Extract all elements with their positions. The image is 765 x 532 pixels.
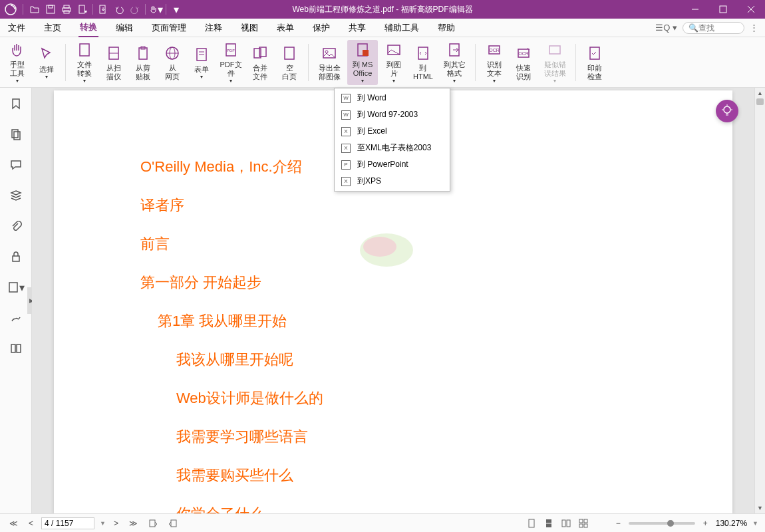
hand-tool-button[interactable]: 手型 工具▾ [4, 40, 31, 85]
layers-icon[interactable] [7, 186, 25, 205]
next-page-button[interactable]: > [111, 517, 121, 529]
ocr-text-button[interactable]: OCR识别 文本▾ [481, 40, 508, 85]
merge-icon [251, 44, 269, 63]
menu-item[interactable]: 帮助 [436, 19, 456, 37]
tips-bulb-button[interactable] [716, 100, 738, 122]
redo-icon[interactable] [128, 2, 142, 17]
menu-item[interactable]: 辅助工具 [383, 19, 420, 37]
continuous-view-icon[interactable] [543, 517, 555, 529]
dropdown-item[interactable]: X到XPS [335, 173, 450, 190]
page-number-input[interactable] [41, 517, 94, 529]
file-convert-button[interactable]: 文件 转换▾ [71, 40, 98, 85]
open-icon[interactable] [27, 2, 42, 17]
menu-item[interactable]: 编辑 [114, 19, 134, 37]
form-button[interactable]: 表单▾ [188, 40, 215, 85]
close-button[interactable] [737, 0, 765, 19]
zoom-in-button[interactable]: + [700, 517, 710, 529]
page-thumb2-icon[interactable] [166, 517, 180, 529]
dropdown-item[interactable]: W到 Word [335, 90, 450, 106]
two-page-view-icon[interactable] [560, 517, 572, 529]
scroll-down-icon[interactable]: ▼ [755, 503, 765, 513]
from-web-button[interactable]: 从 网页 [159, 40, 186, 85]
menu-item[interactable]: 视图 [239, 19, 259, 37]
attachments-icon[interactable] [7, 217, 25, 235]
dropdown-item[interactable]: W到 Word 97-2003 [335, 106, 450, 123]
hand-cursor-icon[interactable]: ▾ [148, 2, 163, 17]
toc-entry[interactable]: 我需要购买些什么 [176, 466, 646, 485]
toc-entry[interactable]: 我该从哪里开始呢 [176, 350, 646, 370]
two-continuous-view-icon[interactable] [577, 517, 589, 529]
toc-entry[interactable]: 前言 [140, 234, 646, 254]
search-input[interactable] [698, 23, 738, 33]
hand-icon [8, 41, 27, 59]
fast-ocr-button[interactable]: OCR快速 识别 [510, 40, 537, 85]
toc-entry[interactable]: 译者序 [140, 196, 646, 215]
to-other-button[interactable]: 到其它 格式▾ [439, 40, 470, 85]
new-doc-icon[interactable]: ▾ [75, 2, 90, 17]
menu-item[interactable]: 页面管理 [150, 19, 188, 37]
print-icon[interactable] [59, 2, 74, 17]
toc-entry[interactable]: 我需要学习哪些语言 [176, 427, 646, 447]
page-thumb1-icon[interactable] [146, 517, 160, 529]
toc-entry[interactable]: 第1章 我从哪里开始 [158, 311, 646, 331]
last-page-button[interactable]: ≫ [126, 517, 140, 529]
prev-page-button[interactable]: < [26, 517, 36, 529]
other-format-icon [445, 41, 464, 59]
svg-rect-66 [584, 524, 587, 527]
dropdown-item[interactable]: P到 PowerPoint [335, 156, 450, 173]
scroll-up-icon[interactable]: ▲ [755, 88, 765, 98]
from-clipboard-button[interactable]: 从剪 贴板 [130, 40, 156, 85]
file-icon [75, 41, 94, 59]
to-image-button[interactable]: 到图 片▾ [381, 40, 407, 85]
to-html-button[interactable]: 到 HTML [410, 40, 436, 85]
fast-ocr-icon: OCR [514, 44, 533, 63]
preflight-button[interactable]: 印前 检查 [581, 40, 608, 85]
merge-button[interactable]: 合并 文件 [247, 40, 273, 85]
comments-icon[interactable] [7, 156, 25, 174]
find-settings-icon[interactable]: ☰Q ▾ [655, 23, 677, 33]
page-dropdown-icon[interactable]: ▼ [100, 520, 106, 527]
single-page-view-icon[interactable] [526, 517, 537, 529]
first-page-button[interactable]: ≪ [7, 517, 21, 529]
signatures-icon[interactable] [7, 309, 25, 327]
security-icon[interactable] [7, 247, 25, 266]
menu-item[interactable]: 文件 [7, 19, 27, 37]
maximize-button[interactable] [709, 0, 737, 19]
export-icon[interactable] [96, 2, 110, 17]
save-icon[interactable] [43, 2, 58, 17]
menu-item[interactable]: 主页 [43, 19, 63, 37]
zoom-slider-knob[interactable] [667, 520, 674, 527]
fields-icon[interactable]: ▾ [7, 278, 25, 297]
export-images-button[interactable]: 导出全 部图像 [314, 40, 345, 85]
menu-item[interactable]: 共享 [347, 19, 367, 37]
compare-icon[interactable] [7, 339, 25, 358]
blank-page-button[interactable]: 空 白页 [276, 40, 303, 85]
from-scanner-button[interactable]: 从扫 描仪 [100, 40, 127, 85]
qat-customize-icon[interactable]: ▾ [169, 2, 184, 17]
zoom-out-button[interactable]: − [613, 517, 623, 529]
menu-item[interactable]: 转换 [78, 19, 98, 37]
dropdown-item[interactable]: X到 Excel [335, 123, 450, 140]
scrollbar-thumb[interactable] [756, 98, 764, 105]
to-office-button[interactable]: 到 MS Office▾ [347, 40, 378, 85]
bookmarks-icon[interactable] [7, 94, 25, 113]
search-box[interactable]: 🔍 [683, 22, 744, 34]
pdf-file-button[interactable]: PDFPDF文 件▾ [218, 40, 244, 85]
menu-item[interactable]: 保护 [311, 19, 331, 37]
undo-icon[interactable] [112, 2, 126, 17]
zoom-slider[interactable] [629, 522, 695, 525]
more-icon[interactable]: ⋮ [750, 23, 758, 33]
pages-icon[interactable] [7, 125, 25, 144]
file-type-icon: W [341, 110, 351, 120]
minimize-button[interactable] [681, 0, 709, 19]
vertical-scrollbar[interactable]: ▲ ▼ [754, 88, 765, 513]
menu-item[interactable]: 注释 [204, 19, 224, 37]
dropdown-item-label: 到 Excel [357, 126, 387, 137]
select-tool-button[interactable]: 选择▾ [33, 40, 60, 85]
toc-entry[interactable]: Web设计师是做什么的 [176, 388, 646, 408]
toc-entry[interactable]: 第一部分 开始起步 [140, 273, 646, 293]
toc-entry[interactable]: 你学会了什么 [176, 504, 646, 513]
zoom-dropdown-icon[interactable]: ▼ [752, 520, 758, 527]
dropdown-item[interactable]: X至XML电子表格2003 [335, 140, 450, 156]
menu-item[interactable]: 表单 [275, 19, 295, 37]
